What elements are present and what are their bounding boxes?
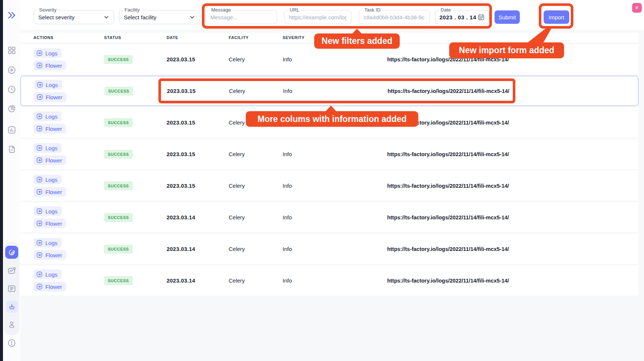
flower-button-label: Flower <box>45 220 62 227</box>
url-field: URL <box>284 10 351 24</box>
flower-button[interactable]: Flower <box>33 219 66 228</box>
logs-button[interactable]: Logs <box>34 80 62 90</box>
row-actions: Logs Flower <box>33 112 104 133</box>
notes-icon <box>634 5 640 10</box>
url-label: URL <box>288 7 301 13</box>
status-badge: SUCCESS <box>104 245 133 254</box>
sidebar <box>3 0 20 361</box>
sidebar-item-import[interactable] <box>3 301 20 313</box>
status-badge: SUCCESS <box>104 55 133 64</box>
sidebar-item-profile[interactable] <box>3 320 20 329</box>
row-url: https://ts-factory.io/logs/2022/11/14/fi… <box>339 88 558 94</box>
row-date: 2023.03.15 <box>167 151 229 157</box>
severity-select[interactable]: Severity Select severity <box>33 10 114 24</box>
sidebar-item-history[interactable] <box>3 85 20 94</box>
row-actions: Logs Flower <box>33 143 104 165</box>
arrow-right-square-icon <box>36 81 43 88</box>
row-facility: Celery <box>229 214 283 220</box>
sidebar-item-analytics[interactable] <box>3 126 20 134</box>
sidebar-item-pie-reports[interactable] <box>3 104 20 113</box>
arrow-right-square-icon <box>36 239 43 246</box>
flower-button[interactable]: Flower <box>33 155 66 165</box>
severity-label: Severity <box>37 7 58 13</box>
flower-button[interactable]: Flower <box>33 187 66 197</box>
sidebar-item-edit-active[interactable] <box>3 246 20 259</box>
arrow-right-square-icon <box>36 62 43 69</box>
status-badge: SUCCESS <box>104 213 133 222</box>
warning-icon <box>7 339 16 347</box>
sidebar-item-logs-list[interactable] <box>3 284 20 293</box>
app-window: Severity Select severity Facility Select… <box>0 0 644 361</box>
flower-button[interactable]: Flower <box>33 124 66 133</box>
status-badge: SUCCESS <box>104 150 133 159</box>
import-button[interactable]: Import <box>544 10 569 24</box>
logs-button[interactable]: Logs <box>33 175 62 184</box>
message-label: Message <box>209 7 233 13</box>
logs-button[interactable]: Logs <box>33 143 62 153</box>
sidebar-item-alerts[interactable] <box>3 339 20 347</box>
notes-extension-badge[interactable] <box>632 3 642 13</box>
flower-button-label: Flower <box>46 94 62 100</box>
flower-button[interactable]: Flower <box>33 250 66 260</box>
user-icon <box>7 320 16 329</box>
logs-button[interactable]: Logs <box>33 206 62 216</box>
logs-button-label: Logs <box>45 177 58 183</box>
row-date: 2023.03.15 <box>167 119 229 126</box>
row-url: https://ts-factory.io/logs/2022/11/14/fi… <box>338 215 558 220</box>
row-severity: Info <box>283 277 338 284</box>
logs-button[interactable]: Logs <box>33 270 62 279</box>
expand-sidebar-button[interactable] <box>3 10 20 21</box>
clock-icon <box>7 85 16 94</box>
flower-button[interactable]: Flower <box>34 92 67 102</box>
flower-button-label: Flower <box>45 157 62 164</box>
arrow-right-square-icon <box>36 283 43 290</box>
date-picker[interactable]: Date 2023 . 03 . 14 <box>435 10 489 24</box>
table-body: Logs Flower SUCCESS 2023.03.15 Celery In… <box>20 44 638 297</box>
import-callout: New import form added <box>449 42 564 58</box>
row-facility: Celery <box>229 56 283 62</box>
row-url: https://ts-factory.io/logs/2022/11/14/fi… <box>338 183 558 189</box>
status-badge: SUCCESS <box>104 87 133 96</box>
flower-button[interactable]: Flower <box>33 61 66 70</box>
filter-bar: Severity Select severity Facility Select… <box>0 0 644 30</box>
table-row: Logs Flower SUCCESS 2023.03.15 Celery In… <box>20 171 638 201</box>
sidebar-item-trends[interactable] <box>3 267 20 275</box>
logs-button-label: Logs <box>45 208 58 215</box>
row-actions: Logs Flower <box>33 238 104 260</box>
columns-callout: More colums with information added <box>246 111 418 127</box>
row-severity: Info <box>283 56 338 62</box>
logs-button-label: Logs <box>45 50 58 57</box>
calendar-icon <box>477 13 485 21</box>
arrow-right-square-icon <box>36 271 43 278</box>
row-date: 2023.03.15 <box>167 88 229 94</box>
play-circle-icon <box>7 66 16 74</box>
logs-button[interactable]: Logs <box>33 238 62 248</box>
row-date: 2023.03.15 <box>167 56 229 62</box>
header-date: DATE <box>167 35 229 40</box>
double-chevron-right-icon <box>7 10 17 20</box>
arrow-right-square-icon <box>36 157 43 164</box>
chevron-down-icon <box>189 14 195 20</box>
import-download-icon <box>8 303 16 310</box>
flower-button[interactable]: Flower <box>33 282 66 291</box>
logs-button[interactable]: Logs <box>33 112 62 121</box>
row-actions: Logs Flower <box>33 175 104 197</box>
arrow-right-square-icon <box>36 252 43 258</box>
logs-button[interactable]: Logs <box>33 48 62 58</box>
task-id-label: Task ID <box>363 7 382 13</box>
arrow-right-square-icon <box>36 94 43 100</box>
row-date: 2023.03.15 <box>167 183 229 189</box>
facility-select[interactable]: Facility Select facility <box>119 10 200 24</box>
row-facility: Celery <box>229 246 283 252</box>
sidebar-item-dashboard[interactable] <box>3 46 20 55</box>
severity-value: Select severity <box>38 14 75 20</box>
row-severity: Info <box>283 151 338 157</box>
sidebar-item-runs[interactable] <box>3 66 20 74</box>
row-severity: Info <box>283 246 338 252</box>
date-value: 2023 . 03 . 14 <box>439 14 476 20</box>
arrow-right-square-icon <box>36 145 43 151</box>
window-edge-strip <box>0 0 3 361</box>
flower-button-label: Flower <box>45 284 62 290</box>
submit-button[interactable]: Submit <box>495 10 520 24</box>
sidebar-item-documents[interactable] <box>3 145 20 154</box>
